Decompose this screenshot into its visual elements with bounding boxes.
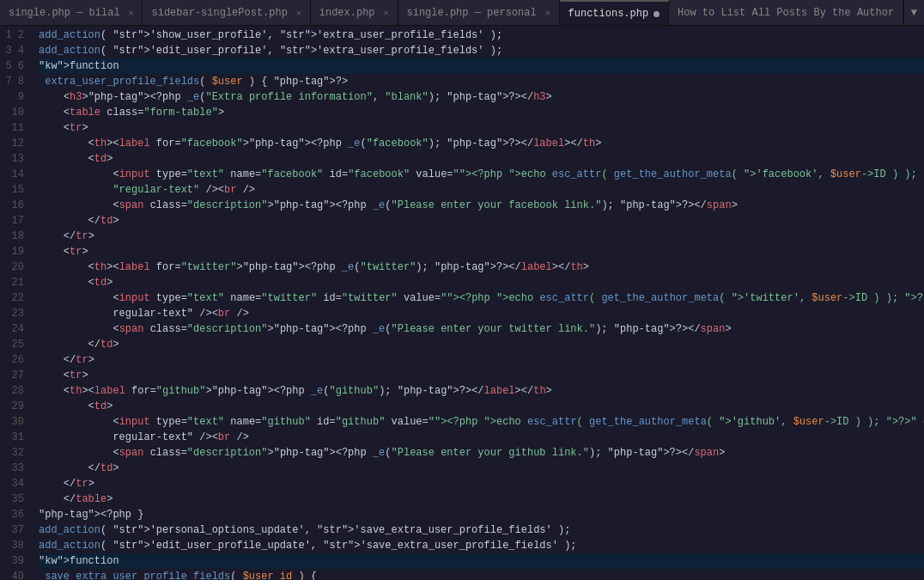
close-icon[interactable]: ✕	[384, 8, 389, 18]
modified-dot	[653, 11, 660, 17]
tab-sidebar-singlepost[interactable]: sidebar-singlePost.php ✕	[143, 0, 310, 26]
tab-label: single.php — personal	[407, 7, 537, 19]
tab-index[interactable]: index.php ✕	[311, 0, 398, 26]
tab-label: How to List All Posts By the Author	[678, 7, 894, 19]
close-icon[interactable]: ✕	[296, 8, 301, 18]
tab-functions[interactable]: functions.php	[560, 0, 670, 26]
tab-label: functions.php	[568, 8, 649, 20]
tab-overflow-button[interactable]: ▼	[903, 0, 924, 25]
line-numbers: 1 2 3 4 5 6 7 8 9 10 11 12 13 14 15 16 1…	[0, 26, 30, 580]
tab-label: index.php	[319, 7, 375, 19]
tab-how-to[interactable]: How to List All Posts By the Author	[669, 0, 903, 26]
code-content[interactable]: add_action( "str">'show_user_profile', "…	[30, 26, 924, 580]
tab-single-bilal[interactable]: single.php — bilal ✕	[0, 0, 143, 26]
close-icon[interactable]: ✕	[545, 8, 550, 18]
close-icon[interactable]: ✕	[129, 8, 134, 18]
code-area: 1 2 3 4 5 6 7 8 9 10 11 12 13 14 15 16 1…	[0, 26, 924, 580]
tab-single-personal[interactable]: single.php — personal ✕	[398, 0, 560, 26]
tab-label: sidebar-singlePost.php	[151, 7, 287, 19]
tab-label: single.php — bilal	[9, 7, 120, 19]
tab-bar: single.php — bilal ✕ sidebar-singlePost.…	[0, 0, 924, 26]
